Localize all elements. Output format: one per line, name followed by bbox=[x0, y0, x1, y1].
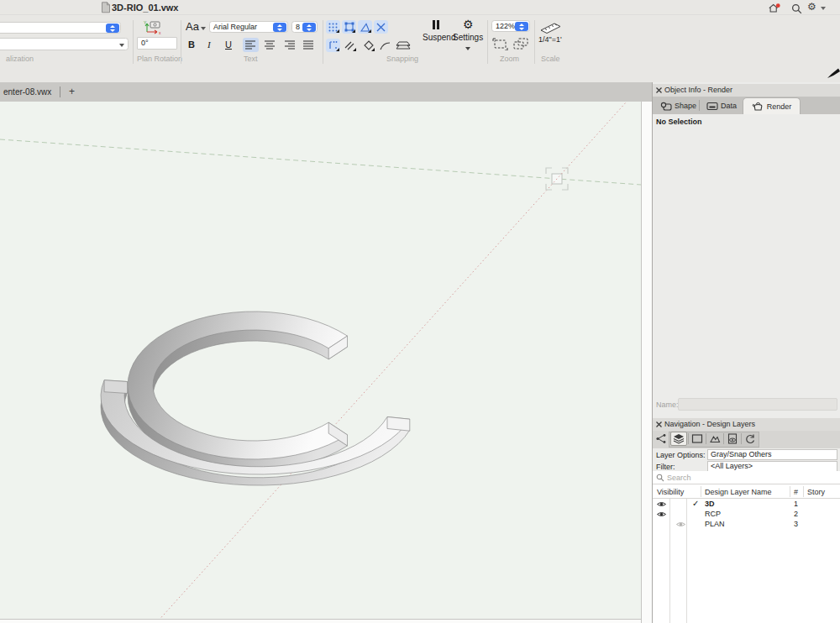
structure-view-button[interactable] bbox=[653, 432, 669, 446]
settings-button[interactable]: Settings bbox=[453, 33, 483, 42]
dropdown-arrows-icon[interactable] bbox=[515, 22, 528, 31]
layer-name[interactable]: PLAN bbox=[705, 520, 725, 528]
align-left-button[interactable] bbox=[243, 38, 259, 52]
design-layers-mode-button[interactable] bbox=[670, 432, 687, 446]
snap-to-intersection-button[interactable] bbox=[361, 39, 375, 52]
underline-button[interactable]: U bbox=[225, 39, 232, 50]
dropdown-arrows-icon[interactable] bbox=[302, 23, 316, 32]
diamond-snap-icon bbox=[364, 40, 374, 50]
viewports-mode-button[interactable] bbox=[706, 432, 723, 446]
chevron-down-icon[interactable] bbox=[821, 7, 826, 10]
section-divider bbox=[133, 20, 134, 64]
layer-name[interactable]: 3D bbox=[705, 500, 715, 508]
layer-row-rcp[interactable]: RCP 2 bbox=[653, 509, 840, 519]
visualization-style-dropdown[interactable] bbox=[0, 22, 121, 34]
suspend-button[interactable]: Suspend bbox=[423, 33, 455, 42]
tab-render[interactable]: Render bbox=[743, 97, 801, 114]
dropdown-arrows-icon[interactable] bbox=[273, 23, 286, 32]
shape-tab-icon bbox=[660, 102, 672, 111]
gear-icon[interactable]: ⚙ bbox=[807, 1, 816, 13]
search-icon bbox=[656, 474, 664, 482]
references-mode-button[interactable] bbox=[742, 432, 759, 446]
angle-snap-button[interactable] bbox=[358, 20, 372, 34]
layer-name[interactable]: RCP bbox=[705, 510, 721, 518]
name-field[interactable] bbox=[678, 398, 837, 411]
working-plane-button[interactable] bbox=[394, 39, 412, 52]
column-visibility[interactable]: Visibility bbox=[657, 488, 684, 496]
text-style-button[interactable]: Aa bbox=[186, 20, 199, 33]
zoom-marquee-icon[interactable] bbox=[492, 38, 508, 50]
navigation-header[interactable]: Navigation - Design Layers bbox=[653, 418, 840, 431]
zoom-section-label: Zoom bbox=[500, 55, 519, 63]
column-number[interactable]: # bbox=[794, 488, 798, 496]
plan-rotation-angle-field[interactable]: 0° bbox=[137, 37, 177, 50]
layer-row-plan[interactable]: PLAN 3 bbox=[653, 519, 840, 529]
sheet-layers-mode-button[interactable] bbox=[689, 432, 706, 446]
tab-data[interactable]: Data bbox=[701, 97, 742, 114]
plan-rotation-section-label: Plan Rotation bbox=[137, 55, 182, 63]
column-story[interactable]: Story bbox=[807, 488, 825, 496]
tangent-snap-button[interactable] bbox=[343, 39, 357, 52]
object-info-header[interactable]: Object Info - Render bbox=[653, 84, 840, 97]
visible-eye-icon[interactable] bbox=[656, 510, 667, 518]
new-tab-button[interactable]: + bbox=[69, 86, 75, 97]
angle-snap-icon bbox=[360, 23, 370, 32]
close-icon[interactable] bbox=[655, 86, 663, 94]
canvas-horizontal-scrollbar[interactable] bbox=[0, 619, 641, 623]
align-center-button[interactable] bbox=[265, 40, 276, 50]
home-icon[interactable] bbox=[768, 3, 781, 14]
dropdown-arrows-icon[interactable] bbox=[106, 24, 119, 33]
align-left-icon bbox=[245, 40, 256, 50]
pen-icon bbox=[827, 67, 840, 79]
grid-snap-button[interactable] bbox=[326, 20, 340, 34]
column-name[interactable]: Design Layer Name bbox=[705, 488, 772, 496]
canvas-vertical-scrollbar[interactable] bbox=[641, 102, 652, 623]
font-name-dropdown[interactable]: Arial Regular bbox=[209, 21, 288, 33]
layer-number: 3 bbox=[794, 520, 798, 528]
smart-edge-button[interactable] bbox=[326, 39, 340, 52]
saved-views-icon bbox=[727, 433, 738, 444]
layer-options-dropdown[interactable]: Gray/Snap Others bbox=[707, 449, 837, 460]
zoom-level-dropdown[interactable]: 122% bbox=[491, 20, 530, 32]
scale-value[interactable]: 1/4"=1' bbox=[538, 35, 562, 44]
object-info-title: Object Info - Render bbox=[664, 84, 732, 97]
3d-ring-object[interactable] bbox=[101, 312, 410, 485]
data-tab-icon bbox=[706, 102, 718, 111]
saved-views-mode-button[interactable] bbox=[724, 432, 741, 446]
tab-shape[interactable]: Shape bbox=[655, 97, 701, 114]
document-tabbar: enter-08.vwx + bbox=[0, 82, 652, 102]
grayed-eye-icon[interactable] bbox=[675, 521, 686, 528]
font-size-dropdown[interactable]: 8 bbox=[291, 21, 318, 33]
scale-section-label: Scale bbox=[541, 55, 560, 63]
drawing-canvas[interactable] bbox=[0, 102, 641, 619]
visible-eye-icon[interactable] bbox=[656, 500, 667, 508]
column-divider bbox=[701, 486, 701, 497]
chevron-down-icon[interactable] bbox=[465, 47, 470, 50]
layer-options-label: Layer Options: bbox=[656, 451, 706, 459]
layer-row-3d[interactable]: ✓ 3D 1 bbox=[653, 499, 840, 509]
arc-snap-button[interactable] bbox=[378, 39, 392, 52]
align-justify-button[interactable] bbox=[303, 40, 314, 50]
palette-column: Object Info - Render Shape Data bbox=[652, 82, 840, 623]
tab-divider bbox=[60, 86, 60, 97]
layer-search-input[interactable] bbox=[667, 472, 835, 483]
settings-gear-icon[interactable]: ⚙ bbox=[463, 18, 474, 31]
zoom-pan-marquee-icon[interactable] bbox=[512, 38, 529, 50]
close-icon[interactable] bbox=[655, 421, 663, 428]
search-icon[interactable] bbox=[790, 3, 804, 15]
chevron-down-icon[interactable] bbox=[201, 27, 206, 30]
chevron-down-icon[interactable] bbox=[119, 44, 124, 47]
visualization-view-dropdown[interactable] bbox=[0, 38, 129, 50]
bold-button[interactable]: B bbox=[188, 39, 195, 50]
object-snap-icon bbox=[344, 22, 354, 32]
align-right-button[interactable] bbox=[285, 40, 296, 50]
document-icon bbox=[99, 2, 113, 13]
document-tab[interactable]: enter-08.vwx bbox=[3, 87, 51, 97]
scale-ruler-icon[interactable] bbox=[539, 21, 562, 34]
italic-button[interactable]: I bbox=[207, 39, 211, 50]
smart-points-button[interactable] bbox=[374, 20, 388, 34]
sheet-layers-icon bbox=[691, 433, 703, 444]
active-layer-check: ✓ bbox=[692, 499, 699, 508]
grid-snap-icon bbox=[328, 23, 338, 32]
object-snap-button[interactable] bbox=[342, 20, 356, 34]
